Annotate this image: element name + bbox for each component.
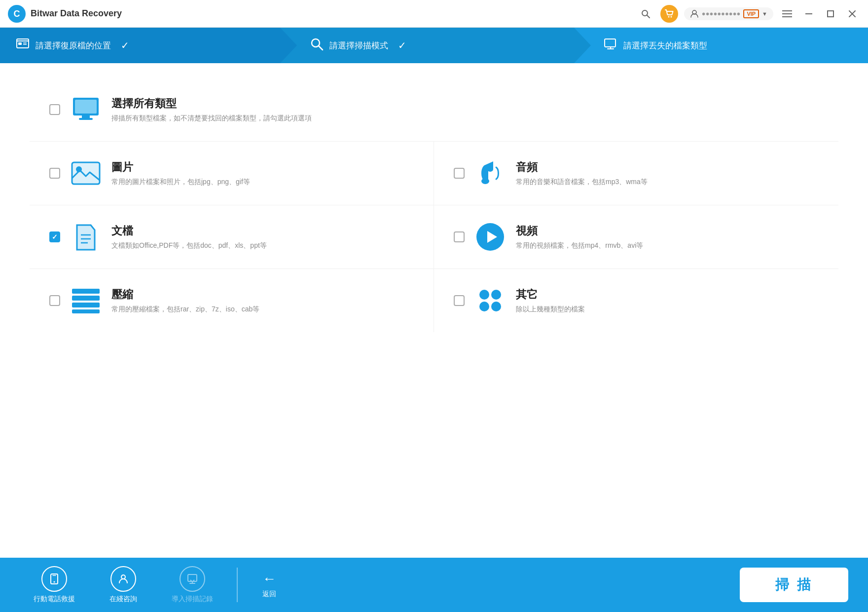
category-document-desc: 文檔類如Office,PDF等，包括doc、pdf、xls、ppt等 <box>111 241 414 250</box>
checkbox-other[interactable] <box>454 295 465 306</box>
vip-badge: VIP <box>743 9 759 18</box>
step2-text: 請選擇掃描模式 <box>329 40 388 51</box>
category-document-name: 文檔 <box>111 224 414 238</box>
svg-point-33 <box>487 167 493 172</box>
category-all-name: 選擇所有類型 <box>111 96 819 111</box>
mobile-rescue-button[interactable]: 行動電話救援 <box>20 566 89 604</box>
app-title: Bitwar Data Recovery <box>31 8 637 19</box>
category-document[interactable]: 文檔 文檔類如Office,PDF等，包括doc、pdf、xls、ppt等 <box>30 205 434 269</box>
step1-text: 請選擇復原檔的位置 <box>36 40 111 51</box>
main-content: 選擇所有類型 掃描所有類型檔案，如不清楚要找回的檔案類型，請勾選此項選項 圖片 … <box>0 63 868 558</box>
category-video-name: 視頻 <box>516 224 819 238</box>
bottom-divider <box>237 568 238 602</box>
back-arrow-icon: ← <box>262 571 276 587</box>
consult-button[interactable]: 在綫咨詢 <box>89 566 158 604</box>
maximize-button[interactable] <box>823 6 838 22</box>
import-scan-button[interactable]: 導入掃描記錄 <box>158 566 227 604</box>
category-other[interactable]: 其它 除以上幾種類型的檔案 <box>434 269 838 332</box>
svg-point-4 <box>668 16 669 17</box>
svg-point-48 <box>54 581 55 583</box>
mobile-icon <box>41 566 67 592</box>
svg-rect-28 <box>79 118 93 120</box>
consult-label: 在綫咨詢 <box>109 595 137 604</box>
svg-point-44 <box>491 290 501 300</box>
image-icon <box>70 157 102 189</box>
category-compress-desc: 常用的壓縮檔案，包括rar、zip、7z、iso、cab等 <box>111 305 414 314</box>
svg-rect-26 <box>75 100 97 114</box>
checkbox-compress[interactable] <box>49 295 60 306</box>
bottombar: 行動電話救援 在綫咨詢 導入掃描記錄 ← 返回 掃 描 <box>0 558 868 612</box>
category-other-desc: 除以上幾種類型的檔案 <box>516 305 819 314</box>
consult-icon <box>110 566 136 592</box>
svg-point-43 <box>479 290 489 300</box>
video-icon <box>474 221 506 253</box>
svg-point-50 <box>121 575 125 579</box>
category-compress-info: 壓縮 常用的壓縮檔案，包括rar、zip、7z、iso、cab等 <box>111 287 414 314</box>
dropdown-arrow-icon: ▼ <box>762 11 767 17</box>
category-all[interactable]: 選擇所有類型 掃描所有類型檔案，如不清楚要找回的檔案類型，請勾選此項選項 <box>30 78 838 142</box>
titlebar: C Bitwar Data Recovery ●●●●●●●●●● <box>0 0 868 28</box>
category-all-info: 選擇所有類型 掃描所有類型檔案，如不清楚要找回的檔案類型，請勾選此項選項 <box>111 96 819 123</box>
svg-text:C: C <box>14 9 20 19</box>
category-audio-info: 音頻 常用的音樂和語音檔案，包括mp3、wma等 <box>516 160 819 187</box>
back-button[interactable]: ← 返回 <box>248 571 291 599</box>
category-image-name: 圖片 <box>111 160 414 175</box>
titlebar-controls: ●●●●●●●●●● VIP ▼ <box>637 5 860 23</box>
svg-rect-16 <box>18 42 22 45</box>
category-other-info: 其它 除以上幾種類型的檔案 <box>516 287 819 314</box>
category-audio-desc: 常用的音樂和語音檔案，包括mp3、wma等 <box>516 178 819 187</box>
svg-line-20 <box>319 46 323 50</box>
category-audio[interactable]: 音頻 常用的音樂和語音檔案，包括mp3、wma等 <box>434 142 838 205</box>
svg-rect-11 <box>828 11 833 17</box>
import-label: 導入掃描記錄 <box>172 595 213 604</box>
user-name: ●●●●●●●●●● <box>702 10 741 17</box>
category-image-desc: 常用的圖片檔案和照片，包括jpg、png、gif等 <box>111 178 414 187</box>
category-image-info: 圖片 常用的圖片檔案和照片，包括jpg、png、gif等 <box>111 160 414 187</box>
svg-rect-39 <box>72 289 100 294</box>
svg-point-46 <box>491 302 501 311</box>
category-video[interactable]: 視頻 常用的視頻檔案，包括mp4、rmvb、avi等 <box>434 205 838 269</box>
svg-rect-27 <box>82 115 90 118</box>
search-button[interactable] <box>637 5 654 23</box>
category-all-desc: 掃描所有類型檔案，如不清楚要找回的檔案類型，請勾選此項選項 <box>111 114 819 123</box>
category-grid: 選擇所有類型 掃描所有類型檔案，如不清楚要找回的檔案類型，請勾選此項選項 圖片 … <box>30 78 838 332</box>
checkbox-image[interactable] <box>49 168 60 179</box>
user-info[interactable]: ●●●●●●●●●● VIP ▼ <box>684 7 773 20</box>
compress-icon <box>70 285 102 316</box>
step2-icon <box>310 37 324 54</box>
audio-icon <box>474 157 506 189</box>
category-compress-name: 壓縮 <box>111 287 414 302</box>
step-1: 請選擇復原檔的位置 ✓ <box>0 28 280 63</box>
step3-icon <box>604 37 617 54</box>
svg-rect-51 <box>188 574 197 581</box>
checkbox-document[interactable] <box>49 231 60 242</box>
menu-button[interactable] <box>779 6 795 22</box>
checkbox-video[interactable] <box>454 231 465 242</box>
category-compress[interactable]: 壓縮 常用的壓縮檔案，包括rar、zip、7z、iso、cab等 <box>30 269 434 332</box>
category-image[interactable]: 圖片 常用的圖片檔案和照片，包括jpg、png、gif等 <box>30 142 434 205</box>
app-logo: C <box>8 5 26 23</box>
mobile-label: 行動電話救援 <box>34 595 75 604</box>
scan-button[interactable]: 掃 描 <box>740 568 848 602</box>
step-3: 請選擇丟失的檔案類型 <box>574 28 868 63</box>
minimize-button[interactable] <box>801 6 817 22</box>
category-video-info: 視頻 常用的視頻檔案，包括mp4、rmvb、avi等 <box>516 224 819 250</box>
svg-point-32 <box>481 178 489 184</box>
step3-text: 請選擇丟失的檔案類型 <box>623 40 707 51</box>
other-icon <box>474 285 506 316</box>
cart-button[interactable] <box>660 5 678 23</box>
close-button[interactable] <box>844 6 860 22</box>
checkbox-all[interactable] <box>49 104 60 115</box>
checkbox-audio[interactable] <box>454 168 465 179</box>
svg-line-3 <box>647 15 650 18</box>
category-audio-name: 音頻 <box>516 160 819 175</box>
import-icon <box>180 566 205 592</box>
svg-point-45 <box>479 302 489 311</box>
back-label: 返回 <box>262 590 276 599</box>
step-2: 請選擇掃描模式 ✓ <box>280 28 574 63</box>
step1-check: ✓ <box>121 39 129 51</box>
category-document-info: 文檔 文檔類如Office,PDF等，包括doc、pdf、xls、ppt等 <box>111 224 414 250</box>
stepbar: 請選擇復原檔的位置 ✓ 請選擇掃描模式 ✓ 請選擇丟失的檔案類型 <box>0 28 868 63</box>
step2-check: ✓ <box>398 39 406 51</box>
step1-icon <box>16 37 30 54</box>
